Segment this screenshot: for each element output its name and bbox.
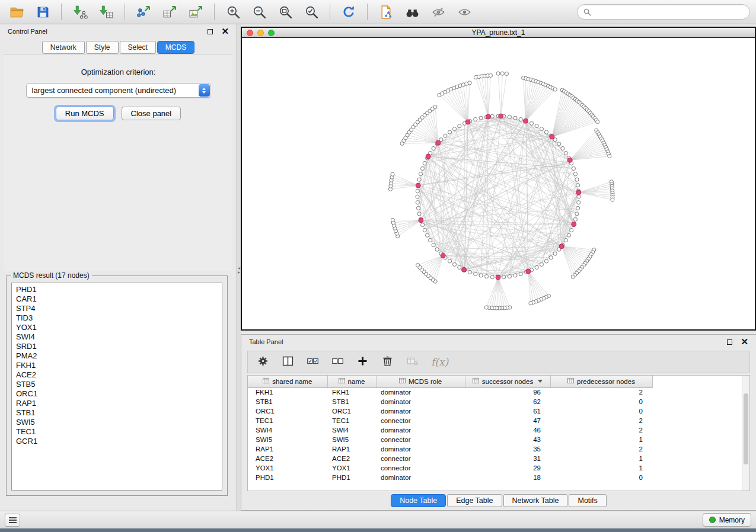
search-network-button[interactable]: [401, 2, 423, 21]
cell-mcds-role[interactable]: dominator: [376, 425, 465, 435]
node-table[interactable]: shared namenameMCDS rolesuccessor nodesp…: [248, 376, 653, 482]
cell-mcds-role[interactable]: dominator: [376, 387, 465, 397]
window-close-icon[interactable]: [247, 30, 253, 36]
cell-name[interactable]: STB1: [327, 397, 376, 406]
cell-name[interactable]: SWI5: [327, 435, 376, 444]
tab-mcds[interactable]: MCDS: [157, 41, 194, 54]
tab-select[interactable]: Select: [120, 41, 156, 54]
window-minimize-icon[interactable]: [257, 30, 264, 36]
close-panel-button[interactable]: Close panel: [122, 107, 181, 120]
cell-name[interactable]: FKH1: [327, 387, 376, 397]
table-row[interactable]: TEC1TEC1connector472: [248, 416, 652, 425]
mcds-result-item[interactable]: FKH1: [16, 361, 218, 370]
export-network-button[interactable]: [133, 2, 154, 21]
network-canvas[interactable]: [242, 38, 755, 329]
cell-shared-name[interactable]: FKH1: [248, 387, 327, 397]
mcds-result-item[interactable]: TID3: [16, 313, 218, 323]
table-row[interactable]: FKH1FKH1dominator962: [248, 387, 652, 397]
column-header-shared-name[interactable]: shared name: [248, 376, 327, 387]
zoom-fit-button[interactable]: [275, 2, 296, 21]
zoom-in-button[interactable]: [222, 2, 244, 21]
mcds-result-item[interactable]: CAR1: [16, 294, 218, 304]
cell-shared-name[interactable]: PHD1: [248, 473, 327, 482]
cell-name[interactable]: ORC1: [327, 406, 376, 416]
table-row[interactable]: SWI4SWI4dominator462: [248, 425, 652, 435]
hide-panels-button[interactable]: [428, 2, 449, 21]
cell-mcds-role[interactable]: dominator: [376, 473, 465, 482]
table-row[interactable]: RAP1RAP1dominator352: [248, 444, 652, 454]
cell-mcds-role[interactable]: dominator: [376, 397, 465, 406]
zoom-out-button[interactable]: [248, 2, 270, 21]
status-menu-button[interactable]: [5, 514, 20, 527]
table-row[interactable]: ORC1ORC1dominator610: [248, 406, 652, 416]
cell-shared-name[interactable]: TEC1: [248, 416, 327, 425]
tab-style[interactable]: Style: [86, 41, 119, 54]
table-row[interactable]: PHD1PHD1dominator180: [248, 473, 652, 482]
cell-successor-nodes[interactable]: 29: [465, 463, 550, 473]
splitter-grip-icon[interactable]: ◂▸: [238, 266, 240, 274]
tab-node-table[interactable]: Node Table: [391, 494, 446, 507]
delete-row-button[interactable]: [381, 355, 394, 369]
zoom-selected-button[interactable]: [301, 2, 322, 21]
cell-mcds-role[interactable]: connector: [376, 454, 465, 463]
cell-successor-nodes[interactable]: 46: [465, 425, 550, 435]
cell-predecessor-nodes[interactable]: 1: [550, 454, 652, 463]
network-window-titlebar[interactable]: YPA_prune.txt_1: [242, 28, 755, 38]
scrollbar-thumb[interactable]: [744, 393, 748, 464]
save-session-button[interactable]: [32, 2, 53, 21]
mcds-result-item[interactable]: TEC1: [16, 427, 218, 437]
tab-motifs[interactable]: Motifs: [569, 494, 606, 507]
cell-predecessor-nodes[interactable]: 1: [550, 435, 652, 444]
cell-shared-name[interactable]: ACE2: [248, 454, 327, 463]
cell-mcds-role[interactable]: connector: [376, 463, 465, 473]
table-row[interactable]: SWI5SWI5connector431: [248, 435, 652, 444]
network-graph[interactable]: [242, 38, 755, 329]
mcds-result-item[interactable]: ORC1: [16, 389, 218, 399]
column-header-name[interactable]: name: [327, 376, 376, 387]
cell-mcds-role[interactable]: dominator: [376, 444, 465, 454]
import-network-button[interactable]: [69, 2, 91, 21]
cell-name[interactable]: TEC1: [327, 416, 376, 425]
column-header-predecessor-nodes[interactable]: predecessor nodes: [550, 376, 652, 387]
cell-shared-name[interactable]: ORC1: [248, 406, 327, 416]
mcds-result-item[interactable]: GCR1: [16, 437, 218, 446]
table-scrollbar[interactable]: [742, 376, 749, 491]
tab-edge-table[interactable]: Edge Table: [447, 494, 502, 507]
cell-shared-name[interactable]: YOX1: [248, 463, 327, 473]
columns-button[interactable]: [282, 355, 294, 369]
table-row[interactable]: YOX1YOX1connector291: [248, 463, 652, 473]
mcds-result-item[interactable]: SRD1: [16, 342, 218, 351]
float-panel-icon[interactable]: [208, 29, 213, 34]
tab-network-table[interactable]: Network Table: [503, 494, 568, 507]
cell-successor-nodes[interactable]: 31: [465, 454, 550, 463]
cell-mcds-role[interactable]: connector: [376, 435, 465, 444]
cell-successor-nodes[interactable]: 43: [465, 435, 550, 444]
search-input[interactable]: [595, 8, 744, 16]
cell-predecessor-nodes[interactable]: 0: [550, 473, 652, 482]
open-file-button[interactable]: [6, 2, 27, 21]
close-panel-icon[interactable]: ✕: [221, 28, 229, 34]
cell-predecessor-nodes[interactable]: 2: [550, 444, 652, 454]
cell-predecessor-nodes[interactable]: 2: [550, 425, 652, 435]
table-row[interactable]: STB1STB1dominator620: [248, 397, 652, 406]
cell-successor-nodes[interactable]: 18: [465, 473, 550, 482]
table-row[interactable]: ACE2ACE2connector311: [248, 454, 652, 463]
cell-successor-nodes[interactable]: 62: [465, 397, 550, 406]
run-mcds-button[interactable]: Run MCDS: [56, 107, 114, 120]
cell-shared-name[interactable]: RAP1: [248, 444, 327, 454]
cell-successor-nodes[interactable]: 35: [465, 444, 550, 454]
export-table-button[interactable]: [159, 2, 180, 21]
refresh-button[interactable]: [338, 2, 359, 21]
cell-name[interactable]: ACE2: [327, 454, 376, 463]
cell-predecessor-nodes[interactable]: 2: [550, 416, 652, 425]
network-search-box[interactable]: [577, 4, 750, 20]
clone-network-button[interactable]: [375, 2, 397, 21]
select-all-button[interactable]: [307, 355, 319, 369]
cell-name[interactable]: PHD1: [327, 473, 376, 482]
window-maximize-icon[interactable]: [268, 30, 275, 36]
function-builder-button[interactable]: f(x): [431, 356, 448, 368]
cell-predecessor-nodes[interactable]: 0: [550, 406, 652, 416]
close-table-panel-icon[interactable]: ✕: [741, 339, 748, 345]
deselect-all-button[interactable]: [331, 355, 344, 369]
import-table-button[interactable]: [95, 2, 117, 21]
